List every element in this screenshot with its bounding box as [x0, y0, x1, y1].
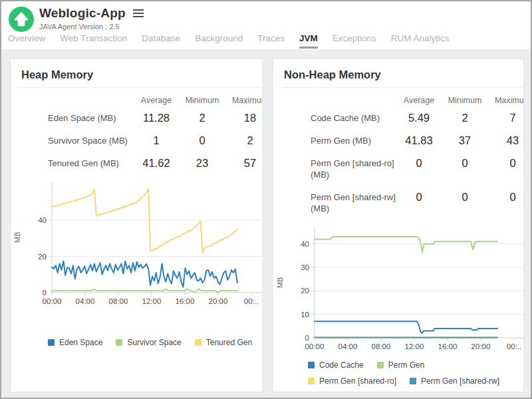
legend-item-perm-gen-shared-rw-[interactable]: Perm Gen [shared-rw]	[410, 376, 499, 386]
svg-text:12:00: 12:00	[142, 297, 162, 305]
legend-item-code-cache[interactable]: Code Cache	[308, 360, 364, 370]
legend-swatch	[48, 339, 55, 346]
non-heap-chart-legend: Code CachePerm GenPerm Gen [shared-ro]Pe…	[273, 360, 523, 386]
column-header: Maximum	[226, 96, 263, 105]
legend-swatch	[308, 362, 315, 368]
legend-swatch	[195, 339, 201, 346]
heap-metric-table: AverageMinimumMaximumEden Space (MB)11.2…	[11, 96, 263, 170]
tab-background[interactable]: Background	[195, 33, 243, 47]
metric-value: 43	[489, 134, 524, 147]
non-heap-metric-table: AverageMinimumMaximumCode Cache (MB)5.49…	[273, 96, 524, 215]
legend-swatch	[116, 339, 122, 346]
legend-label: Tenured Gen	[206, 338, 252, 347]
legend-row: Perm Gen [shared-ro]Perm Gen [shared-rw]	[308, 376, 523, 386]
tab-traces[interactable]: Traces	[257, 33, 285, 47]
metric-value: 41.62	[134, 157, 178, 170]
metric-label: Perm Gen [shared-rw] (MB)	[311, 191, 397, 215]
legend-item-tenured-gen[interactable]: Tenured Gen	[195, 338, 252, 347]
metric-value: 0	[489, 157, 524, 170]
column-header: Average	[397, 96, 441, 105]
legend-label: Code Cache	[319, 360, 364, 370]
tab-jvm[interactable]: JVM	[299, 33, 318, 49]
tab-exceptions[interactable]: Exceptions	[332, 33, 376, 47]
legend-item-eden-space[interactable]: Eden Space	[48, 338, 102, 347]
panel-title-heap: Heap Memory	[21, 68, 262, 81]
metric-label: Tenured Gen (MB)	[48, 157, 134, 170]
metric-value: 0	[489, 191, 524, 203]
heap-memory-chart: 0204000:0004:0008:0012:0016:0020:0000:..…	[11, 180, 263, 313]
panel-heap-memory: Heap Memory AverageMinimumMaximumEden Sp…	[10, 59, 263, 392]
tab-web-transaction[interactable]: Web Transaction	[60, 33, 127, 47]
svg-text:20: 20	[38, 253, 47, 261]
hamburger-menu-icon[interactable]	[132, 6, 145, 21]
metric-value: 37	[441, 134, 489, 147]
column-header: Average	[134, 96, 178, 105]
metric-value: 2	[226, 134, 263, 147]
metric-value: 41.83	[397, 134, 441, 147]
divider	[20, 87, 263, 88]
svg-text:MB: MB	[13, 232, 21, 243]
svg-text:00:..: 00:..	[244, 297, 259, 305]
metric-label: Perm Gen [shared-ro] (MB)	[311, 157, 397, 181]
svg-text:0: 0	[43, 289, 47, 297]
legend-item-survivor-space[interactable]: Survivor Space	[116, 338, 181, 347]
metric-row-perm-gen-shared-rw-mb-: Perm Gen [shared-rw] (MB)000	[311, 191, 524, 215]
svg-text:20:00: 20:00	[209, 297, 228, 305]
panel-title-non-heap: Non-Heap Memory	[284, 68, 523, 81]
metric-value: 11.28	[134, 112, 178, 124]
svg-text:08:00: 08:00	[372, 342, 391, 350]
legend-label: Survivor Space	[127, 338, 181, 347]
title-block: Weblogic-App JAVA Agent Version : 2.5	[39, 6, 145, 31]
metric-value: 1	[134, 134, 178, 147]
svg-text:00:..: 00:..	[507, 342, 521, 350]
metric-row-perm-gen-shared-ro-mb-: Perm Gen [shared-ro] (MB)000	[311, 157, 524, 181]
divider	[283, 87, 524, 88]
tab-overview[interactable]: Overview	[8, 33, 45, 47]
metric-value: 23	[178, 157, 226, 170]
svg-text:20:00: 20:00	[471, 342, 491, 350]
legend-item-perm-gen-shared-ro-[interactable]: Perm Gen [shared-ro]	[308, 376, 396, 386]
svg-text:10: 10	[301, 310, 309, 318]
tab-rum-analytics[interactable]: RUM Analytics	[391, 33, 450, 47]
svg-text:30: 30	[301, 263, 309, 271]
svg-text:00:00: 00:00	[305, 342, 325, 350]
heap-chart-legend: Eden SpaceSurvivor SpaceTenured Gen	[11, 338, 262, 347]
metric-value: 0	[441, 157, 489, 170]
app-title: Weblogic-App	[39, 6, 126, 21]
metric-row-code-cache-mb-: Code Cache (MB)5.4927	[311, 112, 524, 124]
metric-table-header: AverageMinimumMaximum	[311, 96, 524, 105]
metric-table-header: AverageMinimumMaximum	[48, 96, 263, 105]
legend-swatch	[308, 378, 315, 384]
metric-value: 5.49	[397, 112, 441, 124]
legend-label: Eden Space	[59, 338, 102, 347]
svg-text:08:00: 08:00	[109, 297, 128, 305]
legend-item-perm-gen[interactable]: Perm Gen	[377, 360, 425, 370]
svg-text:40: 40	[38, 216, 47, 224]
legend-label: Perm Gen [shared-rw]	[421, 376, 499, 386]
column-header: Minimum	[178, 96, 226, 105]
metric-row-survivor-space-mb-: Survivor Space (MB)102	[48, 134, 263, 147]
svg-text:MB: MB	[276, 277, 284, 288]
svg-text:16:00: 16:00	[176, 297, 195, 305]
panel-non-heap-memory: Non-Heap Memory AverageMinimumMaximumCod…	[273, 59, 524, 392]
metric-row-tenured-gen-mb-: Tenured Gen (MB)41.622357	[48, 157, 263, 170]
legend-row: Code CachePerm Gen	[308, 360, 523, 370]
svg-text:0: 0	[305, 334, 309, 342]
metric-value: 2	[441, 112, 489, 124]
svg-text:12:00: 12:00	[405, 342, 424, 350]
legend-row: Eden SpaceSurvivor SpaceTenured Gen	[48, 338, 262, 347]
metric-value: 2	[178, 112, 226, 124]
metric-value: 7	[489, 112, 524, 124]
metric-value: 57	[226, 157, 263, 170]
non-heap-memory-chart: 01020304000:0004:0008:0012:0016:0020:000…	[273, 225, 524, 358]
metric-label: Code Cache (MB)	[311, 112, 397, 124]
legend-label: Perm Gen	[388, 360, 425, 370]
column-header: Maximum	[489, 96, 524, 105]
svg-text:04:00: 04:00	[338, 342, 358, 350]
metric-value: 0	[178, 134, 226, 147]
tab-database[interactable]: Database	[142, 33, 180, 47]
metric-value: 0	[397, 157, 441, 170]
metric-label: Eden Space (MB)	[48, 112, 134, 124]
svg-text:40: 40	[301, 239, 309, 247]
agent-version-label: JAVA Agent Version : 2.5	[39, 23, 145, 31]
